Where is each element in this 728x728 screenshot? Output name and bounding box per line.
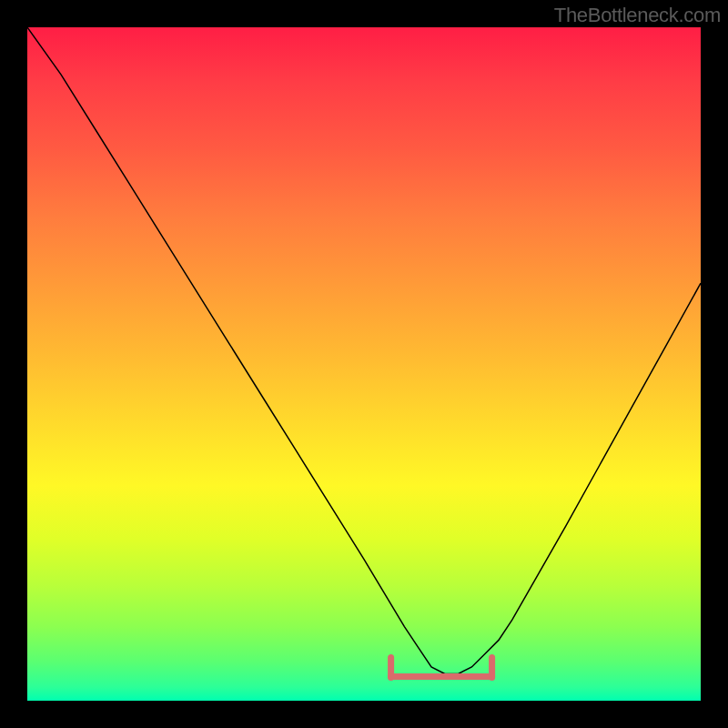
- bottleneck-curve: [27, 27, 701, 673]
- curve-svg: [27, 27, 701, 701]
- chart-container: TheBottleneck.com: [0, 0, 728, 728]
- watermark-text: TheBottleneck.com: [554, 4, 721, 27]
- plot-area: [27, 27, 701, 701]
